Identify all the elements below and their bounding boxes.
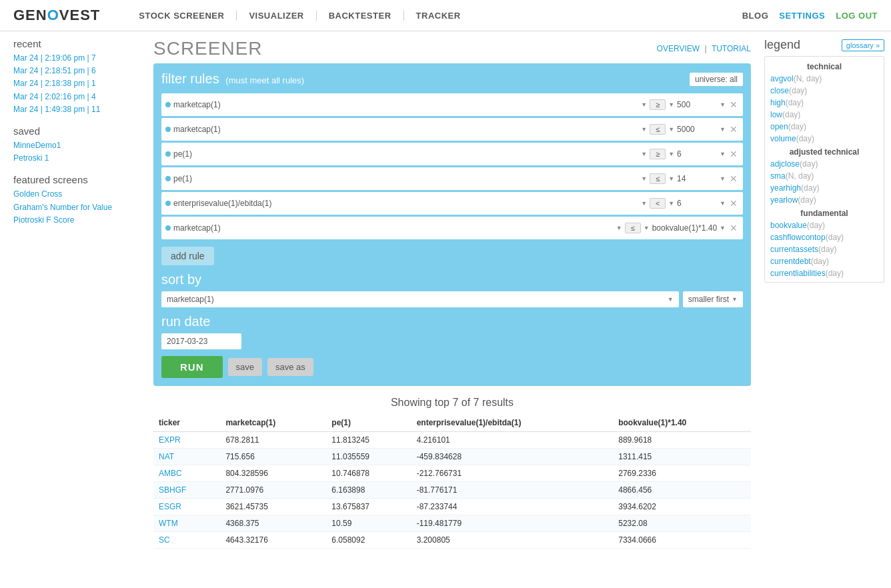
ticker-cell[interactable]: WTM — [153, 515, 220, 532]
field-dropdown-icon[interactable]: ▼ — [641, 151, 647, 157]
ticker-cell[interactable]: SC — [153, 532, 220, 549]
legend-item[interactable]: currentdebt(day) — [770, 255, 878, 267]
value-dropdown-icon[interactable]: ▼ — [720, 151, 726, 157]
sidebar-featured-item[interactable]: Piotroski F Score — [13, 214, 140, 227]
sort-order-label: smaller first — [688, 295, 729, 304]
data-cell: 3.200805 — [411, 532, 614, 549]
sort-field-dropdown[interactable]: marketcap(1) ▼ — [161, 291, 679, 307]
screener-title: SCREENER — [153, 38, 263, 59]
legend-item[interactable]: currentassets(day) — [770, 243, 878, 255]
nav-visualizer[interactable]: VISUALIZER — [237, 11, 316, 21]
field-dropdown-icon[interactable]: ▼ — [641, 101, 647, 108]
ticker-cell[interactable]: NAT — [153, 449, 220, 465]
legend-item[interactable]: close(day) — [770, 85, 878, 97]
op-dropdown-icon[interactable]: ▼ — [644, 225, 650, 231]
legend-item[interactable]: high(day) — [770, 97, 878, 109]
legend-item[interactable]: avgvol(N, day) — [770, 73, 878, 85]
overview-link[interactable]: OVERVIEW — [657, 44, 700, 53]
filter-row: marketcap(1) ▼ ≤ ▼ 5000 ▼ ✕ — [161, 118, 743, 141]
op-dropdown-icon[interactable]: ▼ — [668, 200, 674, 207]
legend-panel: legend glossary » technicalavgvol(N, day… — [758, 38, 891, 549]
filter-remove-icon[interactable]: ✕ — [728, 173, 739, 184]
legend-content: technicalavgvol(N, day)close(day)high(da… — [770, 59, 878, 279]
filter-dot — [165, 127, 171, 132]
filter-op[interactable]: ≤ — [650, 173, 666, 184]
filter-dot — [165, 102, 171, 107]
value-dropdown-icon[interactable]: ▼ — [720, 175, 726, 182]
legend-item[interactable]: volume(day) — [770, 133, 878, 145]
tutorial-link[interactable]: TUTORIAL — [712, 44, 751, 53]
filter-remove-icon[interactable]: ✕ — [728, 198, 739, 209]
filter-op[interactable]: ≤ — [625, 223, 641, 233]
op-dropdown-icon[interactable]: ▼ — [668, 175, 674, 182]
sidebar-featured-item[interactable]: Golden Cross — [13, 188, 140, 201]
legend-item[interactable]: open(day) — [770, 121, 878, 133]
legend-item[interactable]: yearhigh(day) — [770, 182, 878, 194]
nav-settings[interactable]: SETTINGS — [779, 11, 825, 21]
add-rule-button[interactable]: add rule — [161, 247, 214, 265]
filter-op[interactable]: ≥ — [650, 149, 666, 159]
glossary-button[interactable]: glossary » — [842, 39, 884, 51]
table-row: EXPR678.281111.8132454.216101889.9618 — [153, 432, 751, 449]
legend-item[interactable]: bookvalue(day) — [770, 219, 878, 231]
nav-backtester[interactable]: BACKTESTER — [317, 11, 404, 21]
save-button[interactable]: save — [228, 358, 262, 376]
filter-op[interactable]: ≤ — [650, 124, 666, 135]
data-cell: 804.328596 — [220, 465, 326, 482]
nav-logout[interactable]: LOG OUT — [836, 11, 878, 21]
date-input[interactable] — [161, 333, 241, 349]
op-dropdown-icon[interactable]: ▼ — [668, 101, 674, 108]
data-cell: 4643.32176 — [220, 532, 326, 549]
universe-button[interactable]: universe: all — [690, 73, 743, 86]
value-dropdown-icon[interactable]: ▼ — [720, 101, 726, 108]
save-as-button[interactable]: save as — [267, 358, 313, 376]
filter-op[interactable]: < — [650, 198, 666, 209]
legend-item[interactable]: yearlow(day) — [770, 194, 878, 206]
col-header-ticker: ticker — [153, 414, 220, 432]
value-dropdown-icon[interactable]: ▼ — [720, 225, 726, 231]
filter-remove-icon[interactable]: ✕ — [728, 124, 739, 135]
legend-item[interactable]: cashflowcontop(day) — [770, 231, 878, 243]
run-button[interactable]: RUN — [161, 356, 223, 378]
data-cell: 5232.08 — [613, 515, 751, 532]
sidebar-recent-item[interactable]: Mar 24 | 2:02:16 pm | 4 — [13, 91, 140, 103]
nav-blog[interactable]: BLOG — [742, 11, 769, 21]
field-dropdown-icon[interactable]: ▼ — [641, 200, 647, 207]
sidebar-saved-item[interactable]: MinneDemo1 — [13, 139, 140, 152]
sidebar-recent-item[interactable]: Mar 24 | 1:49:38 pm | 11 — [13, 103, 140, 116]
data-cell: 7334.0666 — [613, 532, 751, 549]
ticker-cell[interactable]: AMBC — [153, 465, 220, 482]
sidebar-recent-item[interactable]: Mar 24 | 2:18:51 pm | 6 — [13, 65, 140, 77]
nav-stock-screener[interactable]: STOCK SCREENER — [127, 11, 237, 21]
ticker-cell[interactable]: SBHGF — [153, 482, 220, 499]
sidebar-recent-item[interactable]: Mar 24 | 2:18:38 pm | 1 — [13, 77, 140, 90]
filter-remove-icon[interactable]: ✕ — [728, 99, 739, 110]
legend-item[interactable]: sma(N, day) — [770, 170, 878, 182]
nav-tracker[interactable]: TRACKER — [404, 11, 473, 21]
value-dropdown-icon[interactable]: ▼ — [720, 126, 726, 133]
field-dropdown-icon[interactable]: ▼ — [641, 126, 647, 133]
table-row: SBHGF2771.09766.163898-81.7761714866.456 — [153, 482, 751, 499]
sidebar-saved-item[interactable]: Petroski 1 — [13, 152, 140, 165]
filter-remove-icon[interactable]: ✕ — [728, 149, 739, 159]
sidebar-recent-item[interactable]: Mar 24 | 2:19:06 pm | 7 — [13, 52, 140, 65]
ticker-cell[interactable]: EXPR — [153, 432, 220, 449]
op-dropdown-icon[interactable]: ▼ — [668, 126, 674, 133]
table-row: ESGR3621.4573513.675837-87.2337443934.62… — [153, 499, 751, 515]
filter-op[interactable]: ≥ — [650, 99, 666, 110]
value-dropdown-icon[interactable]: ▼ — [720, 200, 726, 207]
sort-section: sort by marketcap(1) ▼ smaller first ▼ — [161, 272, 743, 307]
sidebar-featured-item[interactable]: Graham's Number for Value — [13, 201, 140, 214]
legend-item[interactable]: currentliabilities(day) — [770, 267, 878, 279]
filter-remove-icon[interactable]: ✕ — [728, 223, 739, 233]
sort-order-dropdown[interactable]: smaller first ▼ — [683, 291, 743, 307]
filter-dot — [165, 201, 171, 206]
filter-dot — [165, 151, 171, 157]
field-dropdown-icon[interactable]: ▼ — [641, 175, 647, 182]
legend-scrollable[interactable]: technicalavgvol(N, day)close(day)high(da… — [764, 56, 884, 283]
legend-item[interactable]: adjclose(day) — [770, 158, 878, 170]
field-dropdown-icon[interactable]: ▼ — [616, 225, 622, 231]
legend-item[interactable]: low(day) — [770, 109, 878, 121]
op-dropdown-icon[interactable]: ▼ — [668, 151, 674, 157]
ticker-cell[interactable]: ESGR — [153, 499, 220, 515]
